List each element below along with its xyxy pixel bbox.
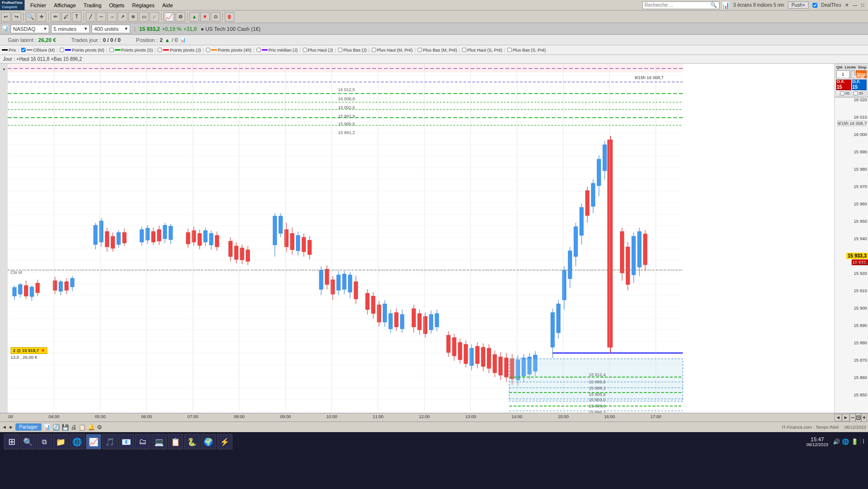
menu-fichier[interactable]: Fichier xyxy=(27,1,50,9)
instrument-dropdown[interactable]: NASDAQ ▾ xyxy=(11,25,49,33)
svg-text:15 908,3: 15 908,3 xyxy=(589,386,606,391)
quantity-dropdown[interactable]: 400 unités ▾ xyxy=(92,25,130,33)
delete-button[interactable]: 🗑 xyxy=(225,12,234,22)
ray-button[interactable]: → xyxy=(107,12,117,22)
target-button[interactable]: ⊙ xyxy=(211,12,220,22)
taskview-button[interactable]: ⧉ xyxy=(37,434,52,449)
search-input[interactable] xyxy=(645,2,710,8)
ind-pivots-j[interactable]: Points pivots (J) xyxy=(158,48,201,53)
ind-pivots-4h[interactable]: Points pivots (4h) xyxy=(206,48,252,53)
nav-left[interactable]: ◄ xyxy=(834,414,842,421)
svg-text:16 002,5: 16 002,5 xyxy=(338,105,355,110)
menu-objets[interactable]: Objets xyxy=(105,1,128,9)
clock-date: 06/12/2023 xyxy=(806,442,828,447)
fib-button[interactable]: ≋ xyxy=(128,12,138,22)
ind-plus-bas-s-pre[interactable]: Plus Bas (S, Pré) xyxy=(507,48,546,53)
checkbox-20[interactable] xyxy=(840,91,844,95)
qty-label: Qté xyxy=(836,65,843,69)
close-icon[interactable]: ✕ xyxy=(845,2,849,8)
chart-icon: 📊 xyxy=(2,26,9,32)
timeframe-dropdown[interactable]: 5 minutes ▾ xyxy=(51,25,90,33)
zoom-fit-button[interactable]: ⊡ xyxy=(855,413,861,422)
line-button[interactable]: ╱ xyxy=(86,12,95,22)
ind-pivots-m[interactable]: Points pivots (M) xyxy=(60,48,104,53)
svg-rect-148 xyxy=(418,313,421,330)
svg-rect-136 xyxy=(377,305,381,322)
svg-rect-1 xyxy=(8,64,834,413)
music-button[interactable]: 🎵 xyxy=(102,434,118,449)
chart-nav-left[interactable]: ◄ xyxy=(2,424,7,430)
search-taskbar-button[interactable]: 🔍 xyxy=(20,434,36,449)
settings-button[interactable]: 💻 xyxy=(151,434,167,449)
time-0300: 03:00 xyxy=(8,414,13,419)
share-button[interactable]: Partager xyxy=(15,423,41,431)
checkbox-50-label[interactable]: 50 xyxy=(854,91,863,95)
buy-button[interactable]: Achat O.F. 15 933, xyxy=(852,80,867,90)
code-button[interactable]: 📋 xyxy=(168,434,183,449)
chart-app-button[interactable]: 📈 xyxy=(86,434,101,449)
forward-button[interactable]: ↪ xyxy=(12,12,21,22)
ind-plus-haut-m-pre[interactable]: Plus Haut (M, Pré) xyxy=(372,48,413,53)
ind-plus-haut-s-pre[interactable]: Plus Haut (S, Pré) xyxy=(462,48,502,53)
sell-button[interactable]: Vente O.F. 15 932, xyxy=(836,80,851,90)
show-desktop-button[interactable]: | xyxy=(860,438,864,445)
email-button[interactable]: 📧 xyxy=(119,434,134,449)
order-checkboxes: 20 50 xyxy=(836,91,867,95)
push-button[interactable]: Push+ xyxy=(788,1,809,9)
position-badge: 2 @ 15 919,7 ✕ xyxy=(11,347,47,354)
limit-label: Limite xyxy=(845,65,856,69)
svg-rect-132 xyxy=(366,293,369,310)
text-button[interactable]: T xyxy=(72,12,81,22)
python-button[interactable]: 🐍 xyxy=(184,434,200,449)
pencil-button[interactable]: 🖊 xyxy=(61,12,71,22)
back-button[interactable]: ↩ xyxy=(1,12,11,22)
ind-cloture-check[interactable]: Clôture (M) xyxy=(21,48,55,53)
pen-button[interactable]: ✏ xyxy=(51,12,60,22)
strategy-button[interactable]: ⚙ xyxy=(176,12,185,22)
chart-nav-right[interactable]: ► xyxy=(9,424,14,430)
arrow-button[interactable]: ↗ xyxy=(118,12,127,22)
start-button[interactable]: ⊞ xyxy=(4,434,19,449)
zoom-in-button[interactable]: + xyxy=(861,413,867,422)
checkbox-push[interactable] xyxy=(813,3,817,8)
maximize-icon[interactable]: □ xyxy=(861,2,864,8)
close-position-button[interactable]: ✕ xyxy=(41,348,45,353)
zoom-button[interactable]: 🔍 xyxy=(26,12,36,22)
menu-trading[interactable]: Trading xyxy=(80,1,105,9)
candlestick-chart[interactable]: 16 012,5 16 006,8 16 002,5 15 997,9 15 9… xyxy=(8,64,834,413)
ind-plus-bas-j[interactable]: Plus Bas (J) xyxy=(338,48,367,53)
trading-button[interactable]: ⚡ xyxy=(217,434,232,449)
minimize-icon[interactable]: — xyxy=(853,2,857,8)
sell-arrow[interactable]: ▼ xyxy=(200,12,210,22)
browser-button[interactable]: 🌐 xyxy=(69,434,85,449)
maps-button[interactable]: 🌍 xyxy=(201,434,216,449)
svg-rect-164 xyxy=(470,348,474,366)
ind-prix-check[interactable]: Prix xyxy=(2,48,16,53)
menu-aide[interactable]: Aide xyxy=(159,1,177,9)
icon7: ⚙ xyxy=(97,424,102,431)
ind-prix-median-j[interactable]: Prix médian (J) xyxy=(257,48,298,53)
chart-main[interactable]: 16 012,5 16 006,8 16 002,5 15 997,9 15 9… xyxy=(8,64,834,413)
hline-button[interactable]: ─ xyxy=(96,12,106,22)
rect-button[interactable]: ▭ xyxy=(139,12,149,22)
ind-plus-haut-j[interactable]: Plus Haut (J) xyxy=(303,48,333,53)
menu-reglages[interactable]: Réglages xyxy=(128,1,158,9)
indicator-button[interactable]: 📈 xyxy=(163,12,175,22)
buy-arrow[interactable]: ▲ xyxy=(190,12,199,22)
windows-store-button[interactable]: 🗂 xyxy=(135,434,150,449)
ind-pivots-s[interactable]: Points pivots (S) xyxy=(109,48,153,53)
nav-right[interactable]: ► xyxy=(842,414,850,421)
svg-rect-203 xyxy=(591,183,595,206)
checkbox-20-label[interactable]: 20 xyxy=(840,91,850,95)
menu-affichage[interactable]: Affichage xyxy=(50,1,80,9)
channel-button[interactable]: ⟋ xyxy=(149,12,159,22)
price-scale: Qté Limite Stop Stop Vente O.F. 15 932, … xyxy=(834,64,868,413)
svg-rect-152 xyxy=(429,314,433,330)
svg-rect-108 xyxy=(285,230,288,247)
file-explorer-button[interactable]: 📁 xyxy=(53,434,68,449)
checkbox-50[interactable] xyxy=(854,91,858,95)
ind-plus-bas-m-pre[interactable]: Plus Bas (M, Pré) xyxy=(418,48,457,53)
crosshair-button[interactable]: ✛ xyxy=(37,12,46,22)
position-label: Position : xyxy=(136,37,158,43)
zoom-out-button[interactable]: − xyxy=(850,413,855,422)
